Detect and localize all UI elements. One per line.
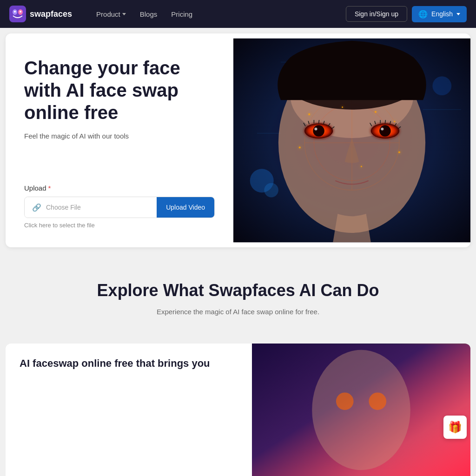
upload-section: Upload * 🔗 Choose File Upload Video Clic… <box>24 184 215 229</box>
svg-rect-0 <box>9 6 26 22</box>
upload-file-area[interactable]: 🔗 Choose File <box>25 197 157 218</box>
nav-item-product[interactable]: Product <box>91 7 132 22</box>
explore-section: Explore What Swapfaces AI Can Do Experie… <box>0 253 476 344</box>
gift-button[interactable]: 🎁 <box>443 416 467 439</box>
svg-point-7 <box>264 183 278 198</box>
svg-point-54 <box>336 392 354 410</box>
hero-section: Change your face with AI face swap onlin… <box>6 33 470 247</box>
svg-point-53 <box>312 350 410 470</box>
hero-subtitle: Feel the magic of AI with our tools <box>24 132 215 140</box>
language-button[interactable]: 🌐 English <box>412 6 467 22</box>
signin-button[interactable]: Sign in/Sign up <box>346 6 407 22</box>
svg-point-35 <box>379 125 390 136</box>
svg-point-24 <box>313 125 324 136</box>
explore-subtitle: Experience the magic of AI face swap onl… <box>9 308 467 316</box>
hero-image <box>233 33 470 247</box>
svg-line-29 <box>319 120 319 123</box>
link-icon: 🔗 <box>32 203 41 212</box>
svg-point-55 <box>369 392 386 410</box>
upload-label: Upload * <box>24 184 215 192</box>
svg-point-36 <box>381 127 383 130</box>
bottom-cards: AI faceswap online free that brings you <box>6 344 470 476</box>
svg-point-50 <box>361 166 362 167</box>
card-title: AI faceswap online free that brings you <box>20 357 238 370</box>
svg-point-45 <box>308 113 310 115</box>
nav-item-pricing[interactable]: Pricing <box>165 7 198 22</box>
choose-file-text: Choose File <box>46 204 81 211</box>
svg-line-40 <box>385 120 385 123</box>
svg-point-25 <box>314 127 317 130</box>
logo-text: swapfaces <box>30 9 72 19</box>
chevron-down-icon <box>456 13 460 15</box>
hero-title: Change your face with AI face swap onlin… <box>24 57 215 124</box>
hero-image-container <box>233 33 470 247</box>
svg-point-4 <box>20 11 21 13</box>
svg-point-49 <box>299 146 301 148</box>
card-image <box>252 344 470 476</box>
card-left: AI faceswap online free that brings you <box>6 344 252 476</box>
svg-point-51 <box>398 151 400 153</box>
svg-point-48 <box>394 121 395 122</box>
svg-point-47 <box>375 111 377 113</box>
svg-point-46 <box>342 106 343 108</box>
nav-item-blogs[interactable]: Blogs <box>134 7 163 22</box>
upload-hint: Click here to select the file <box>24 222 215 229</box>
hero-left: Change your face with AI face swap onlin… <box>6 33 233 247</box>
nav-links: Product Blogs Pricing <box>91 7 346 22</box>
card-right <box>252 344 470 476</box>
logo-icon <box>9 6 26 22</box>
upload-input-row[interactable]: 🔗 Choose File Upload Video <box>24 197 215 218</box>
svg-point-3 <box>14 11 16 13</box>
language-icon: 🌐 <box>418 10 428 19</box>
svg-point-8 <box>432 76 451 95</box>
language-label: English <box>431 10 453 18</box>
upload-required: * <box>48 184 51 192</box>
navbar: swapfaces Product Blogs Pricing Sign in/… <box>0 0 476 28</box>
chevron-down-icon <box>122 13 126 15</box>
upload-video-button[interactable]: Upload Video <box>157 197 214 218</box>
gift-icon: 🎁 <box>448 421 462 434</box>
logo-link[interactable]: swapfaces <box>9 6 72 22</box>
nav-actions: Sign in/Sign up 🌐 English <box>346 6 467 22</box>
explore-title: Explore What Swapfaces AI Can Do <box>9 281 467 300</box>
